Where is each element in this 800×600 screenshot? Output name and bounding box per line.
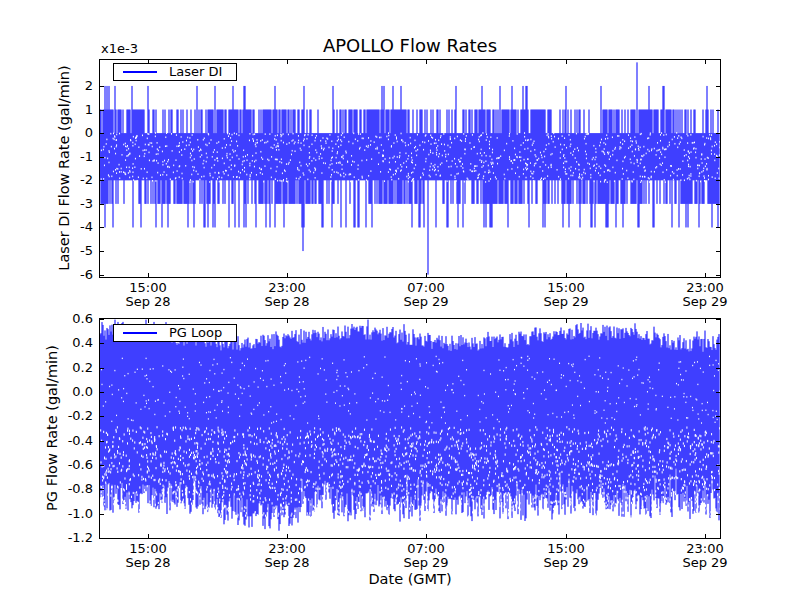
xtick-time: 23:00 [247, 281, 327, 295]
ylabel-laser-di: Laser DI Flow Rate (gal/min) [56, 65, 72, 270]
ytick-label: -0.4 [49, 433, 93, 449]
laser-di-plot-canvas [99, 59, 721, 278]
xtick-label: 23:00Sep 29 [665, 281, 745, 309]
xtick-label: 15:00Sep 29 [526, 542, 606, 570]
xlabel-date-gmt: Date (GMT) [99, 571, 721, 587]
y-axis-offset-label: x1e-3 [101, 41, 138, 56]
xtick-date: Sep 29 [665, 295, 745, 309]
ytick-label: -6 [49, 267, 93, 283]
xtick-time: 15:00 [526, 542, 606, 556]
xtick-time: 15:00 [108, 542, 188, 556]
xtick-label: 07:00Sep 29 [386, 281, 466, 309]
xtick-time: 23:00 [247, 542, 327, 556]
legend-label-laser-di: Laser DI [169, 65, 222, 79]
xtick-label: 15:00Sep 29 [526, 281, 606, 309]
chart-title: APOLLO Flow Rates [99, 36, 721, 56]
xtick-time: 07:00 [386, 281, 466, 295]
legend-laser-di: Laser DI [113, 63, 237, 81]
xtick-time: 23:00 [665, 542, 745, 556]
ytick-label: 1 [49, 102, 93, 118]
pg-loop-plot-canvas [99, 318, 721, 539]
xtick-label: 23:00Sep 28 [247, 281, 327, 309]
legend-line-sample-icon [123, 332, 157, 334]
ytick-label: 0.6 [49, 311, 93, 327]
ytick-label: -4 [49, 219, 93, 235]
ytick-label: 0.4 [49, 335, 93, 351]
ytick-label: 0.0 [49, 384, 93, 400]
xtick-date: Sep 28 [108, 295, 188, 309]
xtick-time: 15:00 [108, 281, 188, 295]
legend-line-sample-icon [123, 71, 157, 73]
ytick-label: -0.6 [49, 457, 93, 473]
xtick-date: Sep 28 [247, 295, 327, 309]
ytick-label: -5 [49, 243, 93, 259]
xtick-label: 23:00Sep 28 [247, 542, 327, 570]
xtick-date: Sep 28 [108, 556, 188, 570]
xtick-label: 15:00Sep 28 [108, 542, 188, 570]
figure: APOLLO Flow Rates x1e-3 Laser DI Flow Ra… [0, 0, 800, 600]
ytick-label: 2 [49, 78, 93, 94]
ytick-label: 0 [49, 125, 93, 141]
xtick-date: Sep 29 [665, 556, 745, 570]
xtick-date: Sep 29 [526, 556, 606, 570]
legend-label-pg-loop: PG Loop [169, 326, 222, 340]
xtick-date: Sep 29 [386, 556, 466, 570]
xtick-label: 15:00Sep 28 [108, 281, 188, 309]
xtick-date: Sep 29 [526, 295, 606, 309]
ytick-label: -1.0 [49, 506, 93, 522]
xtick-label: 23:00Sep 29 [665, 542, 745, 570]
ytick-label: -0.2 [49, 408, 93, 424]
xtick-date: Sep 29 [386, 295, 466, 309]
ytick-label: -1 [49, 149, 93, 165]
xtick-time: 15:00 [526, 281, 606, 295]
xtick-time: 23:00 [665, 281, 745, 295]
ytick-label: 0.2 [49, 360, 93, 376]
ytick-label: -3 [49, 196, 93, 212]
legend-pg-loop: PG Loop [113, 324, 237, 342]
ytick-label: -0.8 [49, 481, 93, 497]
ytick-label: -1.2 [49, 530, 93, 546]
ytick-label: -2 [49, 172, 93, 188]
xtick-time: 07:00 [386, 542, 466, 556]
xtick-label: 07:00Sep 29 [386, 542, 466, 570]
xtick-date: Sep 28 [247, 556, 327, 570]
